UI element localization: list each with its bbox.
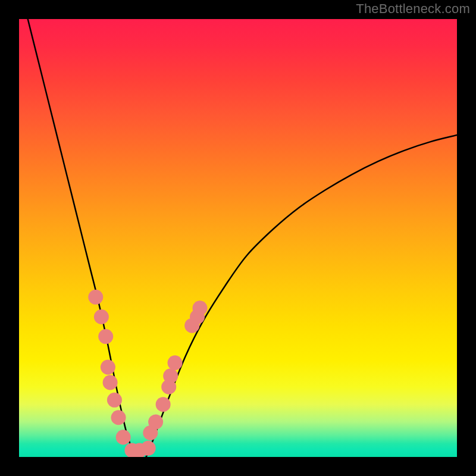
data-marker [103, 375, 118, 390]
data-marker [98, 329, 113, 344]
curve-layer [19, 19, 457, 457]
data-marker [156, 397, 171, 412]
data-marker [116, 430, 131, 444]
watermark-text: TheBottleneck.com [356, 1, 470, 17]
data-marker [168, 355, 183, 370]
data-marker [101, 360, 115, 375]
data-marker [148, 415, 163, 430]
data-marker [88, 290, 103, 305]
bottleneck-curve [28, 19, 457, 457]
data-marker [94, 309, 109, 324]
data-marker [141, 441, 156, 456]
data-marker [192, 300, 207, 315]
chart-frame: TheBottleneck.com [0, 0, 476, 476]
data-marker [111, 410, 126, 425]
marker-group [88, 290, 207, 457]
data-marker [163, 368, 178, 383]
plot-area [19, 19, 457, 457]
data-marker [107, 393, 122, 408]
